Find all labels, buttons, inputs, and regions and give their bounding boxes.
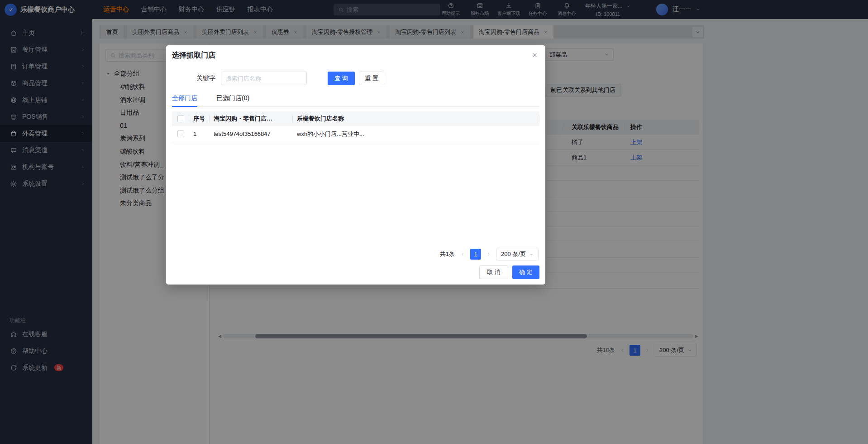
store-row-taobao: test54974of35166847 <box>210 130 293 137</box>
prev-page-icon[interactable] <box>460 251 465 257</box>
store-row-index: 1 <box>189 130 210 137</box>
store-tabs: 全部门店 已选门店(0) <box>172 94 539 107</box>
cancel-button[interactable]: 取 消 <box>479 265 508 279</box>
keyword-label: 关键字 <box>196 74 217 82</box>
row-checkbox[interactable] <box>177 130 184 137</box>
reset-button[interactable]: 重 置 <box>359 72 384 85</box>
column-lemon-store: 乐檬餐饮门店名称 <box>293 111 539 126</box>
store-table: 序号 淘宝闪购・零售门店… 乐檬餐饮门店名称 1 test54974of3516… <box>172 111 539 142</box>
tab-all-stores[interactable]: 全部门店 <box>172 94 197 106</box>
page-size-value: 200 条/页 <box>501 250 526 258</box>
chevron-down-icon <box>529 252 534 257</box>
next-page-icon[interactable] <box>486 251 491 257</box>
store-table-header: 序号 淘宝闪购・零售门店… 乐檬餐饮门店名称 <box>172 111 539 126</box>
column-index: 序号 <box>189 111 210 126</box>
store-row-lemon: wxh的小小门店...营业中... <box>293 130 539 138</box>
select-all-checkbox[interactable] <box>177 116 184 122</box>
store-filter-form: 关键字 查 询 重 置 <box>172 72 545 85</box>
column-taobao-store: 淘宝闪购・零售门店… <box>210 111 293 126</box>
modal-footer: 取 消 确 定 <box>479 265 539 279</box>
tab-selected-stores[interactable]: 已选门店(0) <box>216 94 249 106</box>
page-size-select[interactable]: 200 条/页 <box>496 248 539 261</box>
current-page[interactable]: 1 <box>470 249 481 260</box>
modal-title: 选择抓取门店 <box>166 45 545 59</box>
confirm-button[interactable]: 确 定 <box>512 265 539 279</box>
total-count: 共1条 <box>440 250 455 258</box>
query-button[interactable]: 查 询 <box>328 72 355 85</box>
store-keyword-input[interactable] <box>221 72 307 85</box>
close-icon[interactable] <box>531 52 538 58</box>
store-row: 1 test54974of35166847 wxh的小小门店...营业中... <box>172 126 539 142</box>
modal-pagination: 共1条 1 200 条/页 <box>440 248 539 261</box>
select-store-modal: 选择抓取门店 关键字 查 询 重 置 全部门店 已选门店(0) 序号 淘宝闪购・… <box>166 45 545 285</box>
